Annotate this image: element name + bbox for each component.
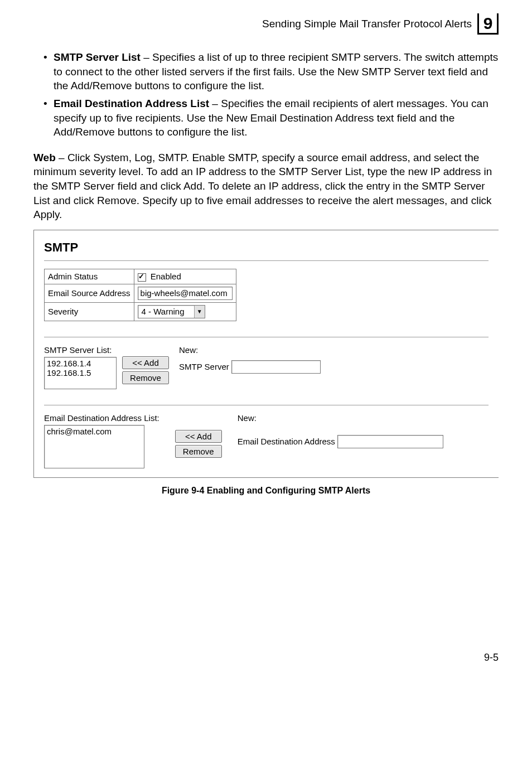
bullet-term: Email Destination Address List bbox=[54, 98, 209, 109]
smtp-new-label: New: bbox=[179, 345, 321, 355]
bullet-term: SMTP Server List bbox=[54, 51, 141, 63]
smtp-add-button[interactable]: << Add bbox=[122, 356, 169, 369]
severity-select[interactable]: 4 - Warning ▼ bbox=[138, 305, 205, 318]
admin-status-cell: Enabled bbox=[134, 269, 236, 284]
email-dest-input[interactable] bbox=[337, 435, 443, 448]
bullet-email-dest-list: Email Destination Address List – Specifi… bbox=[43, 96, 499, 139]
smtp-list-label: SMTP Server List: bbox=[44, 345, 117, 355]
email-dest-list-section: Email Destination Address List: chris@ma… bbox=[44, 413, 489, 468]
web-term: Web bbox=[33, 152, 56, 163]
panel-title: SMTP bbox=[44, 240, 489, 255]
list-item[interactable]: 192.168.1.5 bbox=[47, 368, 114, 378]
severity-label: Severity bbox=[45, 302, 134, 321]
feature-bullets: SMTP Server List – Specifies a list of u… bbox=[33, 50, 499, 139]
severity-cell: 4 - Warning ▼ bbox=[134, 302, 236, 321]
smtp-server-list-section: SMTP Server List: 192.168.1.4 192.168.1.… bbox=[44, 345, 489, 389]
email-list-label: Email Destination Address List: bbox=[44, 413, 159, 423]
bullet-smtp-server-list: SMTP Server List – Specifies a list of u… bbox=[43, 50, 499, 93]
separator bbox=[44, 260, 489, 261]
email-source-label: Email Source Address bbox=[45, 284, 134, 302]
chapter-number-icon: 9 bbox=[477, 13, 499, 35]
email-add-button[interactable]: << Add bbox=[175, 430, 222, 443]
admin-status-label: Admin Status bbox=[45, 269, 134, 284]
figure-caption: Figure 9-4 Enabling and Configuring SMTP… bbox=[33, 486, 499, 496]
email-source-cell: big-wheels@matel.com bbox=[134, 284, 236, 302]
smtp-server-input[interactable] bbox=[231, 360, 321, 374]
email-input-label: Email Destination Address bbox=[238, 437, 335, 446]
web-paragraph: Web – Click System, Log, SMTP. Enable SM… bbox=[33, 151, 499, 222]
table-row: Admin Status Enabled bbox=[45, 269, 236, 284]
email-source-input[interactable]: big-wheels@matel.com bbox=[138, 287, 233, 300]
page-number: 9-5 bbox=[33, 652, 499, 664]
enabled-checkbox[interactable] bbox=[138, 273, 146, 282]
config-table: Admin Status Enabled Email Source Addres… bbox=[44, 269, 236, 321]
smtp-remove-button[interactable]: Remove bbox=[122, 371, 169, 384]
separator bbox=[44, 405, 489, 405]
severity-value: 4 - Warning bbox=[138, 307, 194, 316]
smtp-input-label: SMTP Server bbox=[179, 362, 229, 371]
chevron-down-icon: ▼ bbox=[194, 306, 205, 318]
smtp-config-panel: SMTP Admin Status Enabled Email Source A… bbox=[33, 230, 499, 478]
list-item[interactable]: chris@matel.com bbox=[47, 427, 142, 436]
web-text: – Click System, Log, SMTP. Enable SMTP, … bbox=[33, 152, 492, 221]
separator bbox=[44, 337, 489, 337]
email-remove-button[interactable]: Remove bbox=[175, 445, 222, 458]
email-dest-listbox[interactable]: chris@matel.com bbox=[44, 425, 144, 468]
enabled-label: Enabled bbox=[151, 272, 181, 281]
page-header: Sending Simple Mail Transfer Protocol Al… bbox=[33, 13, 499, 35]
list-item[interactable]: 192.168.1.4 bbox=[47, 359, 114, 368]
smtp-server-listbox[interactable]: 192.168.1.4 192.168.1.5 bbox=[44, 357, 117, 389]
header-title: Sending Simple Mail Transfer Protocol Al… bbox=[262, 18, 472, 30]
table-row: Severity 4 - Warning ▼ bbox=[45, 302, 236, 321]
table-row: Email Source Address big-wheels@matel.co… bbox=[45, 284, 236, 302]
email-new-label: New: bbox=[238, 413, 443, 423]
